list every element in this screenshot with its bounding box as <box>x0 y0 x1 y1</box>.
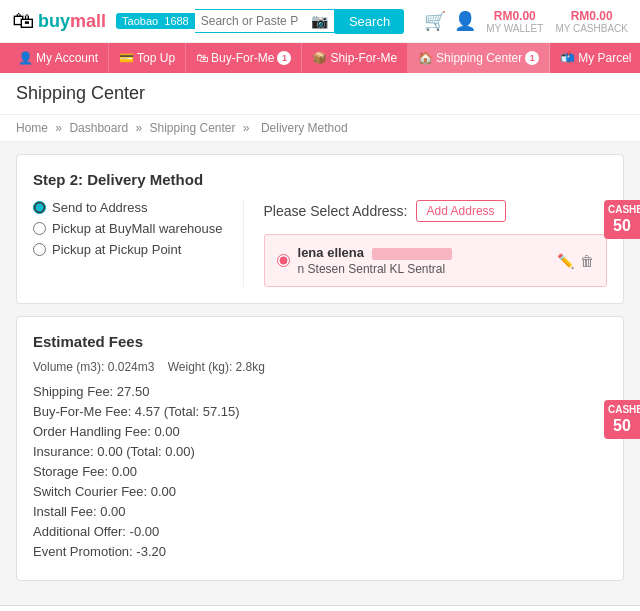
radio-warehouse[interactable] <box>33 222 46 235</box>
header: 🛍 buymall Taobao 1688 📷 Search 🛒 👤 RM0.0… <box>0 0 640 43</box>
shippingcenter-badge: 1 <box>525 51 539 65</box>
fee-row: Insurance: 0.00 (Total: 0.00) <box>33 444 607 459</box>
radio-send-address[interactable] <box>33 201 46 214</box>
fees-title: Estimated Fees <box>33 333 607 350</box>
cashback-badge-label: CASHBACK <box>608 204 636 216</box>
header-icons: 🛒 👤 <box>424 10 476 32</box>
delivery-inner: Send to Address Pickup at BuyMall wareho… <box>33 200 607 287</box>
weight-label: Weight (kg): <box>168 360 232 374</box>
cashback-badge-value: 50 <box>608 216 636 235</box>
breadcrumb-current: Delivery Method <box>261 121 348 135</box>
main-content: Step 2: Delivery Method Send to Address … <box>0 142 640 605</box>
address-blurred <box>372 248 452 260</box>
delivery-left: Send to Address Pickup at BuyMall wareho… <box>33 200 223 287</box>
search-input[interactable] <box>195 10 305 32</box>
volume-value: 0.024m3 <box>108 360 155 374</box>
footer-bar: Total: MYR 28.87 Generate Parcel ▲ <box>0 605 640 611</box>
step-title: Step 2: Delivery Method <box>33 171 607 188</box>
wallet-label: MY WALLET <box>486 23 543 34</box>
nav-item-account[interactable]: 👤 My Account <box>8 43 109 73</box>
option-pickup-point[interactable]: Pickup at Pickup Point <box>33 242 223 257</box>
logo-text: buymall <box>38 11 106 32</box>
breadcrumb-sep1: » <box>55 121 65 135</box>
radio-pickup[interactable] <box>33 243 46 256</box>
search-area: Taobao 1688 📷 Search <box>116 9 404 34</box>
fee-row: Event Promotion: -3.20 <box>33 544 607 559</box>
search-button[interactable]: Search <box>335 9 404 34</box>
weight-value: 2.8kg <box>236 360 265 374</box>
search-input-wrap: 📷 <box>195 9 335 33</box>
breadcrumb-shipping-center[interactable]: Shipping Center <box>149 121 235 135</box>
wallet-amount: RM0.00 <box>486 9 543 23</box>
fees-card: Estimated Fees Volume (m3): 0.024m3 Weig… <box>16 316 624 581</box>
logo: 🛍 buymall <box>12 8 106 34</box>
address-actions: ✏️ 🗑 <box>557 253 594 269</box>
fee-row: Order Handling Fee: 0.00 <box>33 424 607 439</box>
cashback-block: RM0.00 MY CASHBACK <box>555 9 628 34</box>
option-pickup-warehouse[interactable]: Pickup at BuyMall warehouse <box>33 221 223 236</box>
fee-row: Shipping Fee: 27.50 <box>33 384 607 399</box>
cashback-badge2-value: 50 <box>608 416 636 435</box>
cashback-badge-top[interactable]: CASHBACK 50 <box>604 200 640 239</box>
page-title-bar: Shipping Center <box>0 73 640 115</box>
option-label-warehouse: Pickup at BuyMall warehouse <box>52 221 223 236</box>
option-send-to-address[interactable]: Send to Address <box>33 200 223 215</box>
breadcrumb-dashboard[interactable]: Dashboard <box>69 121 128 135</box>
nav-item-shippingcenter[interactable]: 🏠 Shipping Center 1 <box>408 43 550 73</box>
wallet-info: RM0.00 MY WALLET RM0.00 MY CASHBACK <box>486 9 628 34</box>
fee-meta: Volume (m3): 0.024m3 Weight (kg): 2.8kg <box>33 360 607 374</box>
nav-item-shipforme[interactable]: 📦 Ship-For-Me <box>302 43 408 73</box>
option-label-send: Send to Address <box>52 200 147 215</box>
cashback-badge-bottom[interactable]: CASHBACK 50 <box>604 400 640 439</box>
nav-bar: 👤 My Account 💳 Top Up 🛍 Buy-For-Me 1 📦 S… <box>0 43 640 73</box>
breadcrumb-sep3: » <box>243 121 253 135</box>
volume-label: Volume (m3): <box>33 360 104 374</box>
address-entry: lena ellena n Stesen Sentral KL Sentral … <box>264 234 607 287</box>
add-address-button[interactable]: Add Address <box>416 200 506 222</box>
address-name: lena ellena <box>298 245 549 260</box>
delivery-options: Send to Address Pickup at BuyMall wareho… <box>33 200 223 257</box>
address-header: Please Select Address: Add Address <box>264 200 607 222</box>
nav-item-topup[interactable]: 💳 Top Up <box>109 43 186 73</box>
address-section-label: Please Select Address: <box>264 203 408 219</box>
cashback-label: MY CASHBACK <box>555 23 628 34</box>
fee-row: Storage Fee: 0.00 <box>33 464 607 479</box>
logo-icon: 🛍 <box>12 8 34 34</box>
search-platform: Taobao 1688 <box>116 13 195 29</box>
nav-item-buyforme[interactable]: 🛍 Buy-For-Me 1 <box>186 43 302 73</box>
delivery-card: Step 2: Delivery Method Send to Address … <box>16 154 624 304</box>
breadcrumb-sep2: » <box>135 121 145 135</box>
fee-row: Buy-For-Me Fee: 4.57 (Total: 57.15) <box>33 404 607 419</box>
wallet-block: RM0.00 MY WALLET <box>486 9 543 34</box>
delivery-right: Please Select Address: Add Address lena … <box>243 200 607 287</box>
fee-rows: Shipping Fee: 27.50Buy-For-Me Fee: 4.57 … <box>33 384 607 559</box>
option-label-pickup: Pickup at Pickup Point <box>52 242 181 257</box>
cashback-amount: RM0.00 <box>555 9 628 23</box>
address-city: n Stesen Sentral KL Sentral <box>298 262 549 276</box>
breadcrumb: Home » Dashboard » Shipping Center » Del… <box>0 115 640 142</box>
nav-item-myparcel[interactable]: 📬 My Parcel <box>550 43 640 73</box>
fee-row: Switch Courier Fee: 0.00 <box>33 484 607 499</box>
edit-address-button[interactable]: ✏️ <box>557 253 574 269</box>
fee-row: Additional Offer: -0.00 <box>33 524 607 539</box>
cashback-badge2-label: CASHBACK <box>608 404 636 416</box>
buyforme-badge: 1 <box>277 51 291 65</box>
fee-row: Install Fee: 0.00 <box>33 504 607 519</box>
breadcrumb-home[interactable]: Home <box>16 121 48 135</box>
cart-icon[interactable]: 🛒 <box>424 10 446 32</box>
delete-address-button[interactable]: 🗑 <box>580 253 594 269</box>
address-radio[interactable] <box>277 254 290 267</box>
page-title: Shipping Center <box>16 83 624 104</box>
camera-icon[interactable]: 📷 <box>305 13 334 29</box>
address-details: lena ellena n Stesen Sentral KL Sentral <box>298 245 549 276</box>
user-icon[interactable]: 👤 <box>454 10 476 32</box>
